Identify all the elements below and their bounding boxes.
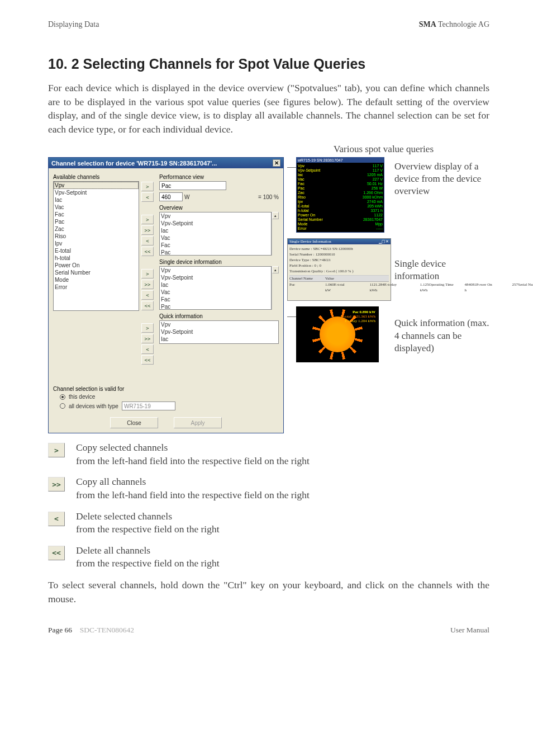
radio-icon bbox=[60, 394, 65, 400]
connector-line bbox=[287, 167, 296, 168]
quick-values: Pac 0.890 kWE-total 1121.363 kWhE-today … bbox=[341, 310, 375, 323]
valid-for-label: Channel selection is valid for bbox=[53, 386, 279, 392]
performance-label: Performance view bbox=[159, 174, 279, 180]
overview-values: Vpv117 VVpv-Setpoint117 VIac1205 mAVac22… bbox=[297, 163, 384, 232]
close-button[interactable]: Close bbox=[110, 417, 158, 428]
queries-caption: Various spot value queries bbox=[48, 144, 489, 155]
move-all-right-button[interactable]: >> bbox=[141, 280, 154, 289]
sdi-label: Single device information bbox=[159, 259, 279, 265]
device-type-select bbox=[122, 401, 175, 410]
legend-text: Copy selected channelsfrom the left-hand… bbox=[76, 441, 310, 467]
perf-value-input[interactable] bbox=[159, 192, 183, 201]
sdi-list[interactable]: VpvVpv-SetpointIacVacFacPac bbox=[159, 266, 272, 310]
annotation-sdi: Single device information bbox=[394, 258, 489, 282]
move-left-button[interactable]: < bbox=[141, 344, 154, 354]
connector-line bbox=[287, 316, 296, 317]
perf-transfer-buttons: > < bbox=[141, 182, 157, 202]
page-header: Displaying Data SMA Technologie AG bbox=[48, 20, 489, 29]
sdi-transfer-buttons: > >> < << bbox=[141, 269, 157, 310]
mini-windows-column: wR715-19 SN:283617047 Vpv117 VVpv-Setpoi… bbox=[287, 157, 391, 362]
apply-button: Apply bbox=[174, 417, 222, 428]
page-footer: Page 66 SDC-TEN080642 User Manual bbox=[48, 626, 489, 635]
overview-display-window: wR715-19 SN:283617047 Vpv117 VVpv-Setpoi… bbox=[296, 157, 384, 233]
overview-list[interactable]: VpvVpv-SetpointIacVacFacPac bbox=[159, 212, 272, 256]
legend-text: Delete all channelsfrom the respective f… bbox=[76, 544, 220, 570]
perf-percent: = 100 % bbox=[258, 194, 279, 200]
move-right-button[interactable]: > bbox=[141, 323, 154, 333]
sdi-title: Single Device Information bbox=[289, 239, 331, 244]
annotation-overview: Overview display of a device from the de… bbox=[394, 160, 489, 197]
move-right-button[interactable]: > bbox=[141, 215, 154, 224]
quick-label: Quick information bbox=[159, 313, 279, 319]
sdi-meta: Device name : SBC+4KUi SN:1200000tSerial… bbox=[289, 246, 389, 274]
quick-list[interactable]: VpvVpv-SetpointIac bbox=[159, 320, 279, 344]
button-legend: >Copy selected channelsfrom the left-han… bbox=[48, 441, 489, 570]
legend-row: <Delete selected channelsfrom the respec… bbox=[48, 510, 489, 536]
move-all-left-button[interactable]: << bbox=[141, 355, 154, 365]
annotation-quick: Quick information (max. 4 channels can b… bbox=[394, 317, 489, 354]
quick-transfer-buttons: > >> < << bbox=[141, 323, 157, 365]
scroll-up-icon[interactable]: ▴ bbox=[272, 266, 279, 273]
perf-channel-input[interactable] bbox=[159, 181, 226, 190]
intro-paragraph: For each device which is displayed in th… bbox=[48, 81, 489, 136]
radio-this-device[interactable]: this device bbox=[60, 394, 279, 400]
available-channels-list[interactable]: VpvVpv-SetpointIacVacFacPacZacRisoIpvE-t… bbox=[53, 181, 139, 311]
legend-icon: << bbox=[48, 546, 65, 560]
move-right-button[interactable]: > bbox=[141, 269, 154, 278]
overview-transfer-buttons: > >> < << bbox=[141, 215, 157, 256]
overview-label: Overview bbox=[159, 205, 279, 211]
move-all-right-button[interactable]: >> bbox=[141, 334, 154, 343]
channel-selection-dialog: Channel selection for device 'WR715-19 S… bbox=[48, 157, 284, 433]
close-icon[interactable]: ✕ bbox=[273, 159, 280, 167]
single-device-info-window: Single Device Information▁▢✕ Device name… bbox=[287, 238, 391, 301]
legend-row: <<Delete all channelsfrom the respective… bbox=[48, 544, 489, 570]
move-right-button[interactable]: > bbox=[141, 182, 154, 191]
quick-info-widget: Pac 0.890 kWE-total 1121.363 kWhE-today … bbox=[296, 306, 379, 362]
legend-row: >>Copy all channelsfrom the left-hand fi… bbox=[48, 475, 489, 502]
move-left-button[interactable]: < bbox=[141, 290, 154, 300]
section-title: 10. 2 Selecting Channels for Spot Value … bbox=[48, 56, 489, 72]
move-left-button[interactable]: < bbox=[141, 192, 154, 202]
figure-row: Channel selection for device 'WR715-19 S… bbox=[48, 157, 489, 433]
legend-text: Copy all channelsfrom the left-hand fiel… bbox=[76, 475, 310, 502]
move-all-left-button[interactable]: << bbox=[141, 247, 154, 256]
legend-icon: < bbox=[48, 512, 65, 526]
window-controls-icon[interactable]: ▁▢✕ bbox=[379, 239, 389, 244]
header-left: Displaying Data bbox=[48, 20, 99, 29]
perf-unit: W bbox=[184, 194, 189, 200]
annotations-column: Overview display of a device from the de… bbox=[394, 157, 489, 380]
dialog-title: Channel selection for device 'WR715-19 S… bbox=[51, 160, 217, 167]
legend-row: >Copy selected channelsfrom the left-han… bbox=[48, 441, 489, 467]
move-all-right-button[interactable]: >> bbox=[141, 225, 154, 235]
legend-icon: > bbox=[48, 443, 65, 457]
closing-paragraph: To select several channels, hold down th… bbox=[48, 578, 489, 606]
dialog-titlebar: Channel selection for device 'WR715-19 S… bbox=[49, 158, 283, 168]
mini-title: wR715-19 SN:283617047 bbox=[298, 158, 343, 162]
radio-icon bbox=[60, 403, 65, 409]
sdi-table-rows: Pac1.060 kWE-total1121.284 kWhE-today1.1… bbox=[289, 282, 389, 299]
move-all-left-button[interactable]: << bbox=[141, 301, 154, 310]
header-right: SMA Technologie AG bbox=[419, 20, 489, 29]
legend-icon: >> bbox=[48, 477, 65, 492]
available-label: Available channels bbox=[53, 174, 139, 180]
scroll-up-icon[interactable]: ▴ bbox=[272, 212, 279, 219]
move-left-button[interactable]: < bbox=[141, 236, 154, 245]
radio-all-devices[interactable]: all devices with type bbox=[60, 401, 279, 410]
legend-text: Delete selected channelsfrom the respect… bbox=[76, 510, 220, 536]
